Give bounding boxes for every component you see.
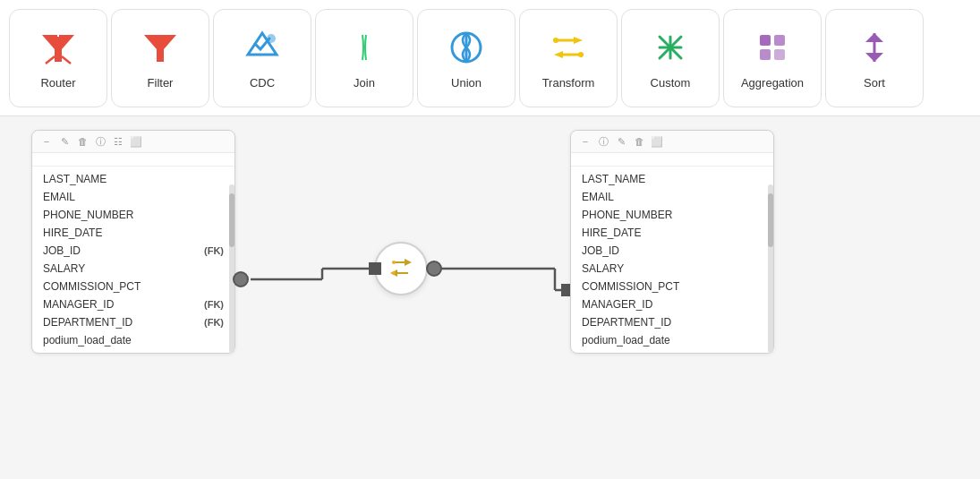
tool-custom[interactable]: Custom bbox=[621, 9, 720, 107]
tool-aggregation[interactable]: Aggregation bbox=[723, 9, 822, 107]
svg-rect-20 bbox=[774, 35, 785, 46]
toolbar: Router Filter CDC Join Union bbox=[0, 0, 980, 116]
left-scrollbar[interactable] bbox=[229, 184, 234, 353]
join-label: Join bbox=[354, 76, 375, 90]
svg-point-36 bbox=[392, 261, 396, 264]
transform-icon bbox=[547, 26, 590, 69]
edit-btn[interactable]: ✎ bbox=[57, 134, 72, 149]
right-minus-btn[interactable]: − bbox=[578, 134, 592, 149]
table-row: LAST_NAME bbox=[571, 170, 773, 188]
canvas: − ✎ 🗑 ⓘ ☷ ⬜ LAST_NAMEEMAILPHONE_NUMBERHI… bbox=[0, 116, 980, 479]
table-row: EMAIL bbox=[32, 188, 234, 206]
columns-btn[interactable]: ☷ bbox=[111, 134, 125, 149]
field-name: HIRE_DATE bbox=[43, 227, 224, 239]
tool-filter[interactable]: Filter bbox=[111, 9, 209, 107]
field-name: SALARY bbox=[582, 262, 763, 275]
tool-join[interactable]: Join bbox=[315, 9, 413, 107]
svg-marker-12 bbox=[554, 51, 563, 58]
table-row: podium_load_date bbox=[571, 331, 773, 349]
table-row: JOB_ID(FK) bbox=[32, 242, 234, 260]
transform-icon bbox=[388, 255, 413, 280]
svg-line-1 bbox=[46, 56, 55, 64]
field-name: EMAIL bbox=[43, 191, 224, 203]
table-row: COMMISSION_PCT bbox=[32, 278, 234, 295]
field-fk: (FK) bbox=[204, 299, 224, 310]
cdc-icon bbox=[241, 26, 284, 69]
tool-union[interactable]: Union bbox=[417, 9, 516, 107]
tool-sort[interactable]: Sort bbox=[825, 9, 924, 107]
svg-marker-25 bbox=[865, 53, 883, 62]
right-output-circle bbox=[426, 261, 442, 277]
table-row: podium_load_date bbox=[32, 331, 234, 349]
svg-point-13 bbox=[553, 38, 558, 43]
field-name: JOB_ID bbox=[582, 244, 763, 257]
right-scrollbar[interactable] bbox=[768, 184, 773, 353]
field-fk: (FK) bbox=[204, 245, 224, 256]
tool-transform[interactable]: Transform bbox=[519, 9, 618, 107]
sort-icon bbox=[853, 26, 896, 69]
table-row: DEPARTMENT_ID(FK) bbox=[32, 313, 234, 331]
field-name: COMMISSION_PCT bbox=[582, 280, 763, 293]
transform-node[interactable] bbox=[374, 242, 428, 295]
table-left: − ✎ 🗑 ⓘ ☷ ⬜ LAST_NAMEEMAILPHONE_NUMBERHI… bbox=[31, 130, 235, 354]
right-table-title bbox=[571, 153, 773, 167]
tool-router[interactable]: Router bbox=[9, 9, 107, 107]
aggregation-icon bbox=[751, 26, 794, 69]
field-fk: (FK) bbox=[204, 317, 224, 328]
field-name: DEPARTMENT_ID bbox=[43, 316, 197, 329]
right-edit-btn[interactable]: ✎ bbox=[614, 134, 628, 149]
field-name: PHONE_NUMBER bbox=[43, 209, 224, 221]
field-name: PHONE_NUMBER bbox=[582, 209, 763, 221]
tool-cdc[interactable]: CDC bbox=[213, 9, 311, 107]
union-label: Union bbox=[451, 76, 481, 90]
union-icon bbox=[445, 26, 488, 69]
field-name: SALARY bbox=[43, 262, 224, 275]
table-row: DEPARTMENT_ID bbox=[571, 313, 773, 331]
field-name: EMAIL bbox=[582, 191, 763, 203]
svg-marker-24 bbox=[865, 33, 883, 42]
field-name: COMMISSION_PCT bbox=[43, 280, 224, 293]
right-delete-btn[interactable]: 🗑 bbox=[632, 134, 646, 149]
delete-btn[interactable]: 🗑 bbox=[75, 134, 89, 149]
filter-label: Filter bbox=[148, 76, 174, 90]
svg-rect-19 bbox=[760, 35, 771, 46]
field-name: MANAGER_ID bbox=[582, 298, 763, 311]
filter-icon bbox=[139, 26, 182, 69]
info-btn[interactable]: ⓘ bbox=[93, 134, 107, 149]
right-expand-btn[interactable]: ⬜ bbox=[650, 134, 664, 149]
right-table-fields: LAST_NAMEEMAILPHONE_NUMBERHIRE_DATEJOB_I… bbox=[571, 167, 773, 353]
left-table-title bbox=[32, 153, 234, 167]
field-name: DEPARTMENT_ID bbox=[582, 316, 763, 329]
svg-marker-0 bbox=[42, 35, 74, 62]
cdc-label: CDC bbox=[250, 76, 275, 90]
table-row: MANAGER_ID bbox=[571, 295, 773, 313]
svg-rect-22 bbox=[774, 49, 785, 60]
field-name: LAST_NAME bbox=[43, 173, 224, 185]
right-info-btn[interactable]: ⓘ bbox=[596, 134, 610, 149]
expand-btn[interactable]: ⬜ bbox=[129, 134, 143, 149]
svg-marker-10 bbox=[574, 37, 583, 44]
table-row: LAST_NAME bbox=[32, 170, 234, 188]
svg-marker-4 bbox=[144, 35, 176, 62]
svg-point-6 bbox=[267, 34, 276, 43]
field-name: MANAGER_ID bbox=[43, 298, 197, 311]
svg-rect-21 bbox=[760, 49, 771, 60]
left-input-square bbox=[369, 262, 381, 275]
transform-label: Transform bbox=[542, 76, 595, 90]
table-row: MANAGER_ID(FK) bbox=[32, 295, 234, 313]
router-label: Router bbox=[40, 76, 75, 90]
right-card-toolbar: − ⓘ ✎ 🗑 ⬜ bbox=[571, 131, 773, 153]
table-row: PHONE_NUMBER bbox=[571, 206, 773, 224]
join-icon bbox=[343, 26, 386, 69]
svg-line-2 bbox=[62, 56, 71, 64]
table-row: SALARY bbox=[32, 260, 234, 278]
aggregation-label: Aggregation bbox=[741, 76, 804, 90]
left-card-toolbar: − ✎ 🗑 ⓘ ☷ ⬜ bbox=[32, 131, 234, 153]
svg-marker-33 bbox=[405, 259, 412, 266]
table-right: − ⓘ ✎ 🗑 ⬜ LAST_NAMEEMAILPHONE_NUMBERHIRE… bbox=[570, 130, 774, 354]
left-table-fields: LAST_NAMEEMAILPHONE_NUMBERHIRE_DATEJOB_I… bbox=[32, 167, 234, 353]
right-scrollbar-thumb bbox=[768, 193, 773, 247]
left-output-circle bbox=[233, 271, 249, 287]
minus-btn[interactable]: − bbox=[39, 134, 54, 149]
svg-point-14 bbox=[578, 52, 584, 57]
